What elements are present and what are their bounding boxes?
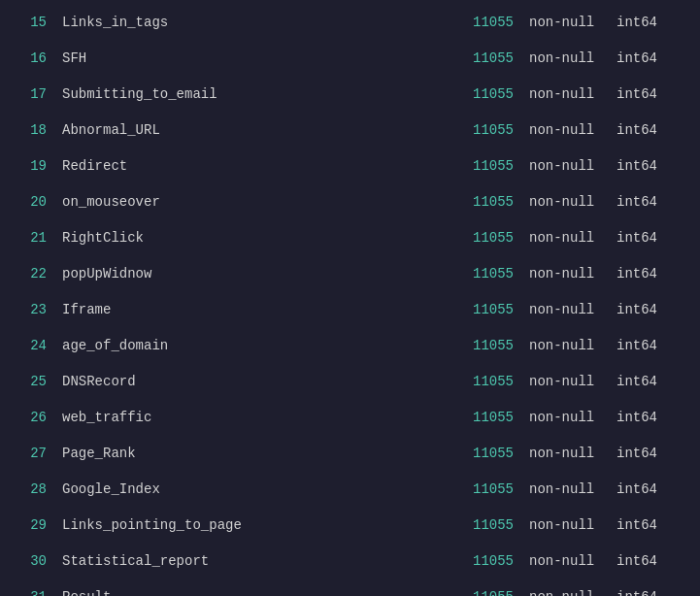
row-index: 18 bbox=[16, 122, 62, 138]
col-count: 11055 bbox=[451, 302, 529, 317]
col-dtype: int64 bbox=[617, 446, 684, 461]
dataframe-info-table: 15 Links_in_tags 11055 non-null int64 16… bbox=[0, 0, 700, 596]
col-name: SFH bbox=[62, 50, 451, 66]
col-nullable: non-null bbox=[529, 589, 617, 597]
col-dtype: int64 bbox=[617, 122, 684, 138]
col-count: 11055 bbox=[451, 50, 529, 66]
col-name: Statistical_report bbox=[62, 553, 451, 569]
col-name: Links_pointing_to_page bbox=[62, 517, 451, 533]
col-nullable: non-null bbox=[529, 230, 617, 246]
col-nullable: non-null bbox=[529, 517, 617, 533]
col-dtype: int64 bbox=[617, 158, 684, 174]
col-dtype: int64 bbox=[617, 481, 684, 497]
col-nullable: non-null bbox=[529, 446, 617, 461]
row-index: 29 bbox=[16, 517, 62, 533]
row-index: 19 bbox=[16, 158, 62, 174]
col-dtype: int64 bbox=[617, 194, 684, 210]
row-index: 28 bbox=[16, 481, 62, 497]
col-name: RightClick bbox=[62, 230, 451, 246]
col-dtype: int64 bbox=[617, 230, 684, 246]
col-dtype: int64 bbox=[617, 410, 684, 425]
col-count: 11055 bbox=[451, 230, 529, 246]
col-dtype: int64 bbox=[617, 302, 684, 317]
col-name: Result bbox=[62, 589, 451, 597]
row-index: 21 bbox=[16, 230, 62, 246]
table-row: 15 Links_in_tags 11055 non-null int64 bbox=[0, 4, 700, 40]
table-row: 31 Result 11055 non-null int64 bbox=[0, 579, 700, 596]
col-nullable: non-null bbox=[529, 50, 617, 66]
table-row: 27 Page_Rank 11055 non-null int64 bbox=[0, 435, 700, 471]
col-name: Iframe bbox=[62, 302, 451, 317]
col-dtype: int64 bbox=[617, 553, 684, 569]
col-count: 11055 bbox=[451, 194, 529, 210]
col-dtype: int64 bbox=[617, 374, 684, 389]
col-name: on_mouseover bbox=[62, 194, 451, 210]
col-count: 11055 bbox=[451, 86, 529, 102]
col-nullable: non-null bbox=[529, 86, 617, 102]
col-dtype: int64 bbox=[617, 517, 684, 533]
table-row: 21 RightClick 11055 non-null int64 bbox=[0, 219, 700, 255]
col-dtype: int64 bbox=[617, 86, 684, 102]
col-count: 11055 bbox=[451, 410, 529, 425]
table-row: 30 Statistical_report 11055 non-null int… bbox=[0, 543, 700, 579]
table-row: 18 Abnormal_URL 11055 non-null int64 bbox=[0, 112, 700, 148]
col-nullable: non-null bbox=[529, 302, 617, 317]
table-row: 20 on_mouseover 11055 non-null int64 bbox=[0, 183, 700, 219]
row-index: 25 bbox=[16, 374, 62, 389]
table-row: 25 DNSRecord 11055 non-null int64 bbox=[0, 363, 700, 399]
row-index: 20 bbox=[16, 194, 62, 210]
col-nullable: non-null bbox=[529, 374, 617, 389]
table-row: 16 SFH 11055 non-null int64 bbox=[0, 40, 700, 76]
col-dtype: int64 bbox=[617, 15, 684, 30]
col-name: DNSRecord bbox=[62, 374, 451, 389]
col-nullable: non-null bbox=[529, 158, 617, 174]
col-name: Redirect bbox=[62, 158, 451, 174]
row-index: 23 bbox=[16, 302, 62, 317]
table-row: 22 popUpWidnow 11055 non-null int64 bbox=[0, 255, 700, 291]
col-nullable: non-null bbox=[529, 338, 617, 353]
row-index: 31 bbox=[16, 589, 62, 597]
table-row: 28 Google_Index 11055 non-null int64 bbox=[0, 471, 700, 507]
col-count: 11055 bbox=[451, 446, 529, 461]
col-nullable: non-null bbox=[529, 553, 617, 569]
col-count: 11055 bbox=[451, 589, 529, 597]
row-index: 15 bbox=[16, 15, 62, 30]
row-index: 24 bbox=[16, 338, 62, 353]
col-name: popUpWidnow bbox=[62, 266, 451, 281]
col-count: 11055 bbox=[451, 158, 529, 174]
col-dtype: int64 bbox=[617, 266, 684, 281]
col-dtype: int64 bbox=[617, 589, 684, 597]
col-dtype: int64 bbox=[617, 50, 684, 66]
row-index: 16 bbox=[16, 50, 62, 66]
table-row: 26 web_traffic 11055 non-null int64 bbox=[0, 399, 700, 435]
row-index: 22 bbox=[16, 266, 62, 281]
col-nullable: non-null bbox=[529, 194, 617, 210]
table-row: 23 Iframe 11055 non-null int64 bbox=[0, 291, 700, 327]
table-row: 29 Links_pointing_to_page 11055 non-null… bbox=[0, 507, 700, 543]
row-index: 26 bbox=[16, 410, 62, 425]
table-row: 24 age_of_domain 11055 non-null int64 bbox=[0, 327, 700, 363]
col-name: web_traffic bbox=[62, 410, 451, 425]
table-row: 17 Submitting_to_email 11055 non-null in… bbox=[0, 76, 700, 112]
col-nullable: non-null bbox=[529, 481, 617, 497]
col-count: 11055 bbox=[451, 481, 529, 497]
col-count: 11055 bbox=[451, 338, 529, 353]
row-index: 17 bbox=[16, 86, 62, 102]
table-row: 19 Redirect 11055 non-null int64 bbox=[0, 148, 700, 183]
col-name: age_of_domain bbox=[62, 338, 451, 353]
col-count: 11055 bbox=[451, 517, 529, 533]
col-name: Abnormal_URL bbox=[62, 122, 451, 138]
col-name: Submitting_to_email bbox=[62, 86, 451, 102]
col-count: 11055 bbox=[451, 553, 529, 569]
col-name: Links_in_tags bbox=[62, 15, 451, 30]
col-nullable: non-null bbox=[529, 266, 617, 281]
col-dtype: int64 bbox=[617, 338, 684, 353]
col-name: Google_Index bbox=[62, 481, 451, 497]
col-count: 11055 bbox=[451, 15, 529, 30]
col-count: 11055 bbox=[451, 266, 529, 281]
row-index: 30 bbox=[16, 553, 62, 569]
row-index: 27 bbox=[16, 446, 62, 461]
col-nullable: non-null bbox=[529, 122, 617, 138]
col-name: Page_Rank bbox=[62, 446, 451, 461]
col-nullable: non-null bbox=[529, 15, 617, 30]
